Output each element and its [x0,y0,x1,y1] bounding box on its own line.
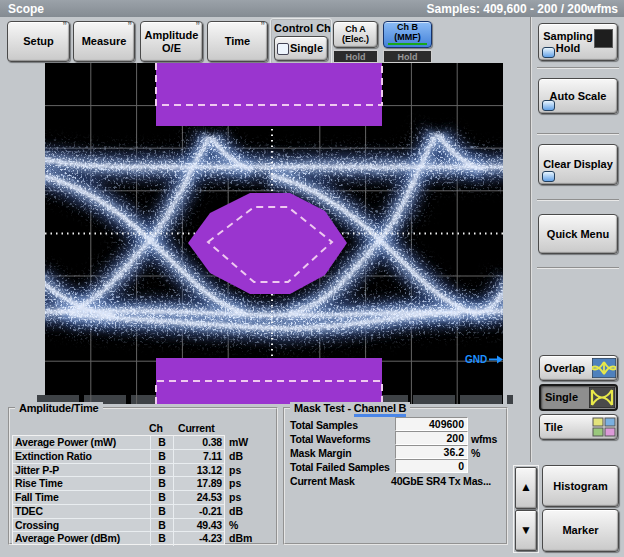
measure-button[interactable]: Measure [73,21,135,62]
mask-row-unit: % [471,447,480,459]
channel-b-active-underline [388,43,427,45]
single-checkbox[interactable] [277,43,289,55]
table-row: CrossingB49.43 [13,519,224,533]
separator [537,199,619,201]
title-bar: Scope Samples: 409,600 - 200 / 200wfms [0,0,624,17]
scroll-arrows-group: ▲ ▼ [513,465,539,553]
mask-test-channel[interactable]: Channel B [354,402,407,417]
col-header-current: Current [178,422,215,434]
table-row: TDECB-0.21 [13,505,224,519]
single-icon [589,387,615,408]
mask-top-region [156,63,382,126]
down-arrow-icon: ▼ [520,524,532,537]
clear-display-button[interactable]: Clear Display [538,144,618,185]
tile-view-button[interactable]: Tile [539,414,618,440]
current-mask-value: 40GbE SR4 Tx Mas... [391,475,491,487]
mask-row-unit: wfms [471,433,497,445]
separator [537,133,619,135]
app-title: Scope [8,2,44,16]
clear-display-led [542,171,555,182]
mask-row-label: Total Waveforms [290,433,370,445]
time-button[interactable]: Time [207,21,268,62]
sampling-hold-button[interactable]: Sampling Hold [538,23,618,61]
tile-icon [592,417,616,437]
right-panel-divider [530,17,531,462]
table-row: Rise TimeB17.89 [13,477,224,491]
scroll-up-button[interactable]: ▲ [515,467,537,509]
setup-button[interactable]: Setup [7,21,70,62]
table-row: Fall TimeB24.53 [13,491,224,505]
overlap-view-button[interactable]: Overlap [539,355,618,381]
hold-b-indicator[interactable]: Hold [383,50,432,63]
current-mask-label: Current Mask [290,475,355,487]
mask-row-value: 0 [395,459,468,473]
mask-row-value: 200 [395,431,468,445]
auto-scale-button[interactable]: Auto Scale [538,78,618,114]
table-row: Average Power (mW)B0.38 [13,436,224,450]
hold-a-indicator[interactable]: Hold [333,50,378,63]
mask-row-value: 36.2 [395,445,468,459]
measurement-table: Average Power (mW)B0.38 Extinction Ratio… [12,435,225,545]
single-acquire-button[interactable]: Single [274,36,328,61]
scroll-down-button[interactable]: ▼ [515,510,537,551]
mask-row-label: Total Samples [290,419,358,431]
histogram-button[interactable]: Histogram [542,465,619,507]
col-header-ch: Ch [149,422,163,434]
control-ch-label: Control Ch [274,22,331,34]
separator [537,67,619,69]
table-row: Extinction RatioB7.11 [13,450,224,464]
separator [537,267,619,269]
table-row: Jitter P-PB13.12 [13,464,224,478]
mask-row-label: Total Failed Samples [290,461,390,473]
marker-button[interactable]: Marker [542,509,619,552]
auto-scale-led [542,100,555,111]
mask-row-value: 409600 [395,417,468,431]
overlap-icon [592,358,616,378]
channel-a-button[interactable]: Ch A (Elec.) [333,21,378,48]
amplitude-oe-button[interactable]: Amplitude O/E [140,21,203,62]
gnd-label: GND [465,354,487,365]
mask-test-title: Mask Test - Channel B [290,402,410,414]
single-view-button[interactable]: Single [539,384,618,411]
amplitude-time-title: Amplitude/Time [15,402,103,414]
channel-b-button[interactable]: Ch B (MMF) [383,21,432,48]
gnd-marker: GND [465,354,503,365]
quick-menu-button[interactable]: Quick Menu [538,214,618,254]
eye-diagram: GND [45,63,503,404]
sampling-hold-screen-square [594,29,613,48]
mask-row-label: Mask Margin [290,447,351,459]
unit-labels: mW dB ps ps ps dB % dBm [229,436,252,546]
up-arrow-icon: ▲ [520,481,532,494]
samples-status: Samples: 409,600 - 200 / 200wfms [427,2,618,16]
table-row: Average Power (dBm)B-4.23 [13,532,224,546]
sampling-hold-led [542,47,555,58]
